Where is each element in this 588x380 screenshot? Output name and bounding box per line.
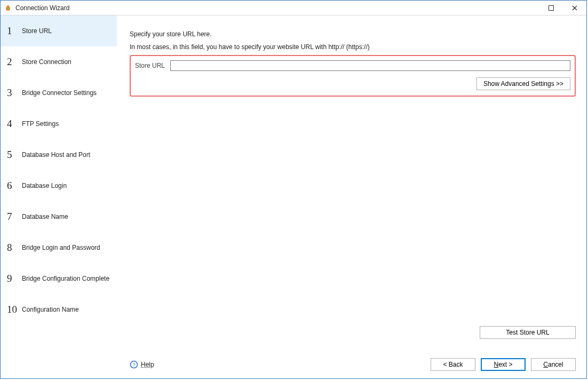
connection-wizard-window: Connection Wizard 1 Store URL 2 Store Co… — [0, 0, 587, 379]
step-database-login[interactable]: 6 Database Login — [1, 170, 117, 201]
help-label: Help — [141, 361, 154, 368]
step-label: FTP Settings — [22, 120, 59, 128]
step-number: 2 — [7, 56, 22, 68]
step-store-connection[interactable]: 2 Store Connection — [1, 46, 117, 77]
app-icon — [4, 4, 12, 12]
step-number: 3 — [7, 87, 22, 99]
step-label: Database Login — [22, 182, 67, 189]
step-number: 8 — [7, 242, 22, 254]
store-url-highlight-box: Store URL Show Advanced Settings >> — [130, 55, 576, 97]
step-bridge-configuration-complete[interactable]: 9 Bridge Configuration Complete — [1, 263, 117, 294]
step-label: Configuration Name — [22, 306, 79, 313]
step-label: Bridge Connector Settings — [22, 89, 97, 97]
step-configuration-name[interactable]: 10 Configuration Name — [1, 294, 117, 325]
step-database-name[interactable]: 7 Database Name — [1, 201, 117, 232]
title-bar: Connection Wizard — [1, 1, 586, 15]
maximize-button[interactable] — [539, 1, 563, 15]
store-url-input[interactable] — [170, 60, 570, 71]
instruction-line-2: In most cases, in this field, you have t… — [130, 43, 576, 51]
step-label: Database Host and Port — [22, 151, 90, 159]
svg-rect-0 — [549, 5, 554, 10]
step-number: 1 — [7, 25, 22, 37]
back-button[interactable]: < Back — [431, 358, 475, 371]
svg-text:?: ? — [132, 362, 135, 367]
wizard-main-panel: Specify your store URL here. In most cas… — [117, 15, 586, 378]
close-button[interactable] — [563, 1, 586, 15]
instruction-line-1: Specify your store URL here. — [130, 30, 576, 38]
step-number: 7 — [7, 211, 22, 223]
step-label: Bridge Configuration Complete — [22, 275, 109, 282]
help-link[interactable]: ? Help — [130, 360, 154, 369]
step-bridge-connector-settings[interactable]: 3 Bridge Connector Settings — [1, 77, 117, 108]
wizard-steps-sidebar: 1 Store URL 2 Store Connection 3 Bridge … — [1, 15, 117, 378]
step-number: 6 — [7, 180, 22, 192]
step-label: Bridge Login and Password — [22, 244, 100, 251]
step-ftp-settings[interactable]: 4 FTP Settings — [1, 108, 117, 139]
step-number: 5 — [7, 149, 22, 161]
step-number: 9 — [7, 273, 22, 284]
step-number: 4 — [7, 118, 22, 130]
step-store-url[interactable]: 1 Store URL — [1, 15, 117, 46]
store-url-label: Store URL — [135, 62, 165, 69]
window-title: Connection Wizard — [15, 4, 69, 12]
step-label: Database Name — [22, 213, 68, 220]
help-icon: ? — [130, 360, 138, 369]
step-database-host-port[interactable]: 5 Database Host and Port — [1, 139, 117, 170]
step-number: 10 — [7, 304, 22, 315]
step-label: Store Connection — [22, 58, 71, 66]
step-bridge-login-password[interactable]: 8 Bridge Login and Password — [1, 232, 117, 263]
next-button[interactable]: Next > — [481, 358, 526, 371]
step-label: Store URL — [22, 27, 52, 35]
cancel-button[interactable]: Cancel — [531, 358, 576, 371]
test-store-url-button[interactable]: Test Store URL — [480, 326, 576, 339]
show-advanced-settings-button[interactable]: Show Advanced Settings >> — [476, 77, 570, 90]
